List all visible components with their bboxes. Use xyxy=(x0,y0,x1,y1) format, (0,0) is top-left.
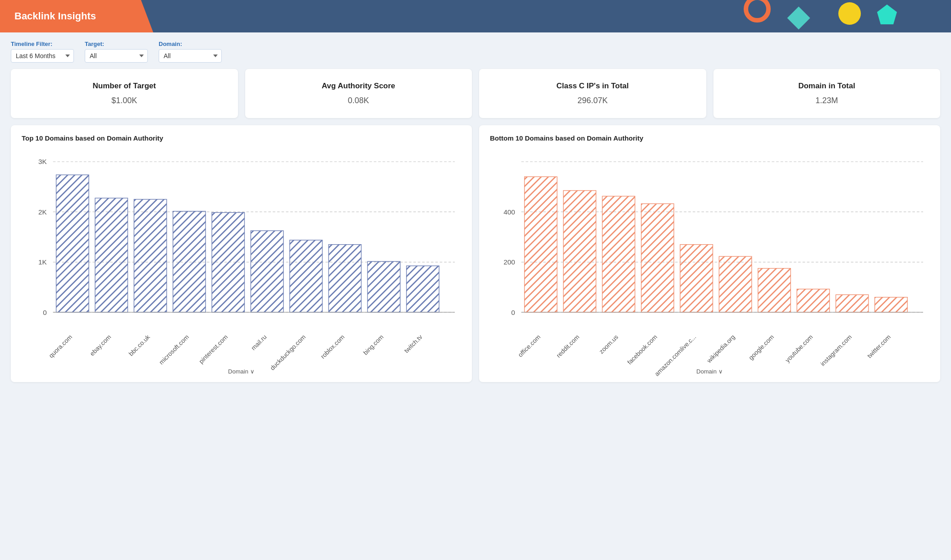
bottom-chart-area: 0 200 400 office.com reddit.com zoom.us … xyxy=(490,149,929,364)
bottom-chart-footer: Domain ∨ xyxy=(490,368,929,378)
svg-text:twitter.com: twitter.com xyxy=(866,333,892,360)
top-chart-area: 0 1K 2K 3K quora.com eba xyxy=(22,149,461,364)
summary-card-3: Domain in Total 1.23M xyxy=(713,69,941,118)
top-chart-svg: 0 1K 2K 3K quora.com eba xyxy=(22,149,461,363)
svg-text:0: 0 xyxy=(43,309,47,316)
svg-text:bbc.co.uk: bbc.co.uk xyxy=(127,333,151,357)
timeline-filter-group: Timeline Filter: Last 6 Months Last 3 Mo… xyxy=(11,41,74,63)
svg-text:3K: 3K xyxy=(38,158,47,165)
svg-rect-42 xyxy=(602,196,635,312)
decor-pentagon-icon xyxy=(877,5,897,24)
svg-text:wikipedia.org: wikipedia.org xyxy=(705,333,736,364)
decor-circle1-icon xyxy=(744,0,771,23)
bottom-chart-card: Bottom 10 Domains based on Domain Author… xyxy=(479,125,940,382)
timeline-filter-select[interactable]: Last 6 Months Last 3 Months Last Year Al… xyxy=(11,49,74,63)
svg-rect-22 xyxy=(290,240,322,312)
domain-filter-label: Domain: xyxy=(159,41,222,47)
svg-rect-14 xyxy=(134,199,166,312)
svg-rect-12 xyxy=(95,198,128,312)
bottom-chart-svg: 0 200 400 office.com reddit.com zoom.us … xyxy=(490,149,929,363)
svg-rect-20 xyxy=(251,231,283,312)
svg-text:1K: 1K xyxy=(38,258,47,266)
page-title: Backlink Insights xyxy=(14,10,96,22)
top-chart-footer-label: Domain xyxy=(228,368,248,375)
svg-rect-48 xyxy=(719,256,751,312)
summary-card-title-2: Class C IP's in Total xyxy=(488,82,697,91)
svg-text:duckduckgo.com: duckduckgo.com xyxy=(269,333,307,372)
header-title-bg: Backlink Insights xyxy=(0,0,153,32)
svg-text:reddit.com: reddit.com xyxy=(555,333,581,359)
bottom-chart-title: Bottom 10 Domains based on Domain Author… xyxy=(490,134,929,142)
svg-rect-16 xyxy=(173,211,206,312)
bottom-chart-footer-label: Domain xyxy=(696,368,717,375)
summary-card-0: Number of Target $1.00K xyxy=(11,69,238,118)
summary-card-title-0: Number of Target xyxy=(20,82,229,91)
decor-diamond-icon xyxy=(787,7,810,30)
filters-bar: Timeline Filter: Last 6 Months Last 3 Mo… xyxy=(0,32,951,69)
bottom-chart-footer-chevron: ∨ xyxy=(718,368,723,375)
target-filter-label: Target: xyxy=(85,41,148,47)
summary-card-value-1: 0.08K xyxy=(254,96,463,105)
svg-text:bing.com: bing.com xyxy=(362,333,385,356)
svg-rect-40 xyxy=(563,191,596,312)
svg-text:400: 400 xyxy=(503,208,515,216)
svg-text:google.com: google.com xyxy=(747,333,775,361)
domain-filter-select[interactable]: All xyxy=(159,49,222,63)
svg-text:roblox.com: roblox.com xyxy=(319,333,346,360)
page-header: Backlink Insights xyxy=(0,0,951,32)
top-chart-card: Top 10 Domains based on Domain Authority… xyxy=(11,125,472,382)
target-filter-select[interactable]: All xyxy=(85,49,148,63)
svg-rect-26 xyxy=(367,261,400,312)
svg-text:quora.com: quora.com xyxy=(47,333,73,360)
svg-text:200: 200 xyxy=(503,258,515,266)
svg-rect-56 xyxy=(875,297,907,312)
svg-rect-52 xyxy=(797,289,829,313)
svg-text:0: 0 xyxy=(511,309,515,316)
summary-card-value-0: $1.00K xyxy=(20,96,229,105)
summary-row: Number of Target $1.00K Avg Authority Sc… xyxy=(0,69,951,125)
svg-rect-46 xyxy=(680,245,713,312)
svg-rect-50 xyxy=(758,269,791,312)
svg-rect-10 xyxy=(56,175,89,312)
svg-rect-18 xyxy=(212,213,244,312)
svg-text:pinterest.com: pinterest.com xyxy=(197,333,229,365)
top-chart-title: Top 10 Domains based on Domain Authority xyxy=(22,134,461,142)
svg-text:zoom.us: zoom.us xyxy=(598,333,620,355)
svg-rect-54 xyxy=(836,295,868,312)
summary-card-title-3: Domain in Total xyxy=(722,82,932,91)
domain-filter-group: Domain: All xyxy=(159,41,222,63)
svg-text:office.com: office.com xyxy=(517,333,542,359)
summary-card-value-2: 296.07K xyxy=(488,96,697,105)
svg-rect-28 xyxy=(407,266,439,312)
svg-rect-24 xyxy=(329,245,361,312)
svg-text:mail.ru: mail.ru xyxy=(250,333,268,352)
summary-card-1: Avg Authority Score 0.08K xyxy=(245,69,472,118)
top-chart-footer: Domain ∨ xyxy=(22,368,461,378)
timeline-filter-label: Timeline Filter: xyxy=(11,41,74,47)
summary-card-title-1: Avg Authority Score xyxy=(254,82,463,91)
top-chart-footer-chevron: ∨ xyxy=(250,368,255,375)
svg-rect-44 xyxy=(641,204,674,312)
svg-text:ebay.com: ebay.com xyxy=(88,333,112,357)
svg-text:2K: 2K xyxy=(38,208,47,216)
svg-rect-38 xyxy=(525,177,557,312)
decor-circle2-icon xyxy=(838,2,861,25)
svg-text:twitch.tv: twitch.tv xyxy=(402,333,424,355)
target-filter-group: Target: All xyxy=(85,41,148,63)
svg-text:instagram.com: instagram.com xyxy=(819,333,853,368)
summary-card-2: Class C IP's in Total 296.07K xyxy=(479,69,706,118)
summary-card-value-3: 1.23M xyxy=(722,96,932,105)
charts-row: Top 10 Domains based on Domain Authority… xyxy=(0,125,951,393)
svg-text:facebook.com: facebook.com xyxy=(626,333,658,366)
svg-text:microsoft.com: microsoft.com xyxy=(158,333,191,366)
header-decoration xyxy=(153,0,951,32)
svg-text:youtube.com: youtube.com xyxy=(784,333,814,364)
